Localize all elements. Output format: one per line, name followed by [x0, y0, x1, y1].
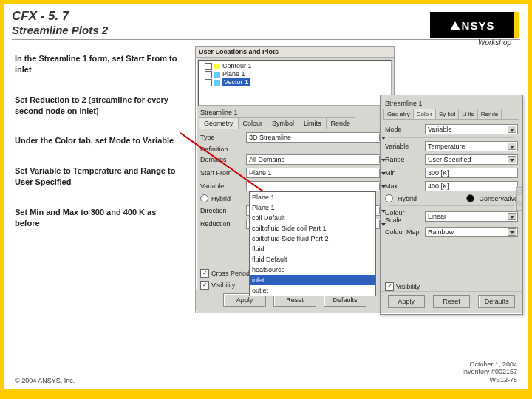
colourmap-label: Colour Map — [385, 228, 422, 236]
tree-item-label: Contour 1 — [222, 62, 252, 70]
tab-geometry[interactable]: Geometry — [199, 117, 239, 129]
domains-combo[interactable]: All Domains — [246, 154, 389, 165]
logo-a-icon — [450, 21, 460, 30]
defaults-button[interactable]: Defaults — [478, 295, 515, 308]
footer-date: October 1, 2004 — [462, 361, 517, 369]
tab-colour[interactable]: Colour — [238, 117, 268, 129]
divider — [389, 205, 514, 206]
dropdown-option[interactable]: Plane 1 — [250, 192, 375, 202]
object-tree[interactable]: Contour 1 Plane 1 Vector 1 — [198, 60, 392, 106]
domains-label: Domains — [200, 156, 243, 163]
tab-render[interactable]: Rende — [477, 109, 502, 119]
min-label: Min — [385, 169, 422, 177]
footer-right: October 1, 2004 Inventory #002157 WS12-7… — [462, 361, 517, 384]
dropdown-option[interactable]: heatsource — [250, 265, 375, 275]
min-input[interactable]: 300 [K] — [425, 168, 518, 178]
variable-combo[interactable] — [246, 181, 389, 191]
tree-item[interactable]: Contour 1 — [200, 62, 389, 70]
slide: CFX - 5. 7 Streamline Plots 2 NSYS Works… — [4, 4, 528, 389]
range-combo[interactable]: User Specified — [425, 154, 518, 165]
range-label: Range — [385, 156, 422, 163]
checkbox-icon[interactable] — [205, 71, 212, 78]
startfrom-label: Start From — [200, 169, 243, 177]
conservative-label: Conservative — [479, 195, 518, 202]
hybrid-label: Hybrid — [211, 195, 231, 202]
tab-symbol[interactable]: Sy bol — [435, 109, 459, 119]
apply-button[interactable]: Apply — [388, 295, 425, 308]
colourmap-combo[interactable]: Rainbow — [425, 227, 518, 237]
dropdown-option[interactable]: coiltofluid Side fluid Part 2 — [250, 233, 375, 244]
instruction-item: Set Reduction to 2 (streamline for every… — [15, 95, 177, 117]
copyright-text: © 2004 ANSYS, Inc. — [15, 377, 75, 384]
ansys-logo: NSYS — [430, 12, 519, 38]
swatch-icon — [214, 64, 220, 69]
tree-item-label: Vector 1 — [222, 78, 250, 86]
type-label: Type — [200, 134, 243, 141]
dropdown-option[interactable]: fluid — [250, 244, 375, 254]
dropdown-option[interactable]: Plane 1 — [250, 202, 375, 213]
slide-footer: © 2004 ANSYS, Inc. October 1, 2004 Inven… — [15, 361, 517, 384]
variable-combo[interactable]: Temperature — [425, 141, 518, 151]
dialog-title: Streamline 1 — [385, 100, 518, 107]
streamline-dialog-colour: Streamline 1 Geo etry Colo r Sy bol Li i… — [380, 95, 523, 315]
colourscale-combo[interactable]: Linear — [425, 211, 518, 222]
visibility-label: Visibility — [396, 283, 420, 290]
logo-text: NSYS — [462, 19, 495, 32]
tab-bar: Geometry Colour Symbol Limits Rende — [199, 117, 391, 129]
form-area: Mode Variable Variable Temperature Range… — [385, 124, 518, 237]
dropdown-option-selected[interactable]: inlet — [250, 275, 375, 285]
visibility-label: Visibility — [211, 282, 235, 289]
instruction-item: Set Variable to Temperature and Range to… — [15, 166, 177, 188]
hybrid-radio[interactable] — [200, 194, 208, 202]
type-combo[interactable]: 3D Streamline — [246, 132, 389, 143]
dialog-title: Streamline 1 — [200, 109, 389, 116]
streamline-dialog-geometry: User Locations and Plots Contour 1 Plane… — [195, 46, 395, 313]
dropdown-option[interactable]: coiltofluid Side coil Part 1 — [250, 223, 375, 233]
dropdown-option[interactable]: coil Default — [250, 213, 375, 223]
tab-geometry[interactable]: Geo etry — [383, 109, 414, 119]
footer-page: WS12-75 — [462, 376, 517, 384]
tab-colour[interactable]: Colo r — [413, 109, 436, 119]
mode-label: Mode — [385, 126, 422, 133]
variable-label: Variable — [385, 143, 422, 150]
startfrom-dropdown-list[interactable]: Plane 1 Plane 1 coil Default coiltofluid… — [249, 191, 376, 296]
dropdown-option[interactable]: outlet — [250, 285, 375, 296]
mode-combo[interactable]: Variable — [425, 124, 518, 134]
swatch-icon — [214, 72, 220, 78]
variable-label: Variable — [200, 183, 243, 190]
checkbox-icon[interactable] — [205, 79, 212, 86]
instruction-list: In the Streamline 1 form, set Start From… — [15, 53, 177, 248]
tree-header: User Locations and Plots — [196, 47, 394, 58]
instruction-item: Set Min and Max to 300 and 400 K as befo… — [15, 207, 177, 229]
direction-label: Direction — [200, 207, 243, 214]
crossperiodics-checkbox[interactable]: ✓ — [200, 269, 209, 278]
tree-item-label: Plane 1 — [222, 70, 245, 78]
startfrom-combo[interactable]: Plane 1 — [246, 168, 389, 178]
tab-symbol[interactable]: Symbol — [267, 117, 299, 129]
visibility-checkbox[interactable]: ✓ — [385, 282, 394, 291]
dropdown-option[interactable]: fluid Default — [250, 254, 375, 265]
hybrid-radio[interactable] — [385, 194, 393, 202]
instruction-item: In the Streamline 1 form, set Start From… — [15, 53, 177, 75]
tab-limits[interactable]: Limits — [299, 117, 327, 129]
tree-item[interactable]: Vector 1 — [200, 78, 389, 86]
slide-header: CFX - 5. 7 Streamline Plots 2 NSYS Works… — [4, 4, 528, 38]
definition-label: Definition — [200, 146, 389, 153]
footer-inventory: Inventory #002157 — [462, 368, 517, 376]
conservative-radio[interactable] — [466, 194, 474, 202]
swatch-icon — [214, 80, 220, 86]
checkbox-icon[interactable] — [205, 63, 212, 70]
tab-render[interactable]: Rende — [326, 117, 356, 129]
visibility-checkbox[interactable]: ✓ — [200, 281, 209, 290]
resize-grip-icon[interactable] — [516, 187, 522, 211]
instruction-item: Under the Color tab, set Mode to Variabl… — [15, 135, 177, 146]
hybrid-label: Hybrid — [398, 195, 417, 202]
reset-button[interactable]: Reset — [433, 295, 470, 308]
max-input[interactable]: 400 [K] — [425, 181, 518, 191]
tab-limits[interactable]: Li its — [458, 109, 477, 119]
max-label: Max — [385, 183, 422, 190]
tree-item[interactable]: Plane 1 — [200, 70, 389, 78]
slide-body: In the Streamline 1 form, set Start From… — [4, 40, 528, 55]
colourscale-label: Colour Scale — [385, 209, 422, 224]
tab-bar: Geo etry Colo r Sy bol Li its Rende — [383, 109, 519, 120]
